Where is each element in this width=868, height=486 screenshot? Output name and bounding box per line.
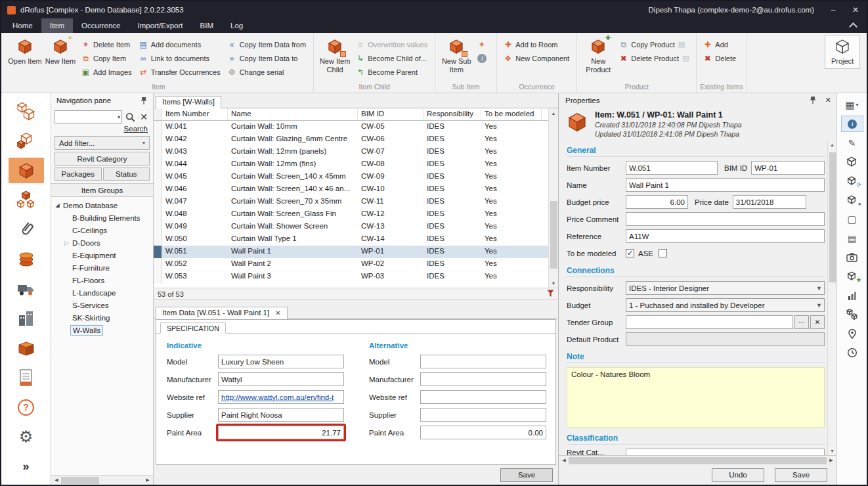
linked-items-icon[interactable] — [841, 306, 863, 322]
minimize-button[interactable]: – — [822, 1, 844, 18]
change-serial-button[interactable]: ⚙Change serial — [225, 65, 310, 79]
logistics-icon[interactable] — [9, 276, 44, 301]
budget-dropdown[interactable]: 1 - Puchased and installed by Developer … — [626, 298, 825, 312]
transfer-occurrences-button[interactable]: ⇄Transfer Occurrences — [136, 65, 225, 79]
bim-id-field[interactable]: WP-01 — [751, 161, 825, 175]
tree-item-s-services[interactable]: S-Services — [51, 299, 153, 311]
price-date-field[interactable]: 31/01/2018 — [733, 195, 806, 209]
row-selector[interactable] — [154, 196, 162, 208]
tree-item-c-ceilings[interactable]: C-Ceilings — [51, 224, 153, 236]
occurrences-sync-icon[interactable]: ⟳ — [841, 173, 863, 189]
room-data-icon[interactable] — [9, 128, 44, 154]
add-filter-dropdown[interactable]: Add filter... ▾ — [54, 136, 150, 150]
row-selector[interactable] — [154, 121, 162, 133]
rooms-icon[interactable] — [9, 99, 44, 124]
budget-price-field[interactable]: 6.00 — [626, 195, 688, 209]
row-selector[interactable] — [154, 233, 162, 246]
settings-icon[interactable]: ⚙ — [9, 424, 44, 450]
pane-layout-icon[interactable]: ▦▾ — [841, 97, 863, 113]
help-icon[interactable]: ? — [9, 395, 44, 420]
add-button[interactable]: ✚Add — [700, 37, 740, 51]
alternative-website-ref-field[interactable] — [420, 390, 546, 404]
scroll-right-icon[interactable]: ▶ — [144, 477, 152, 483]
table-row[interactable]: W.052Wall Paint 2WP-02IDESYes — [154, 258, 548, 271]
menu-tab-bim[interactable]: BIM — [192, 18, 222, 33]
tree-item-e-equipment[interactable]: E-Equipment — [51, 249, 153, 261]
indicative-paint-area-field[interactable]: 21.77 — [218, 426, 344, 439]
delete-product-button[interactable]: ✖Delete Product▤ — [616, 51, 693, 65]
tree-item-demo-database[interactable]: ◢Demo Database — [51, 199, 153, 211]
row-selector[interactable] — [154, 158, 162, 171]
statistics-icon[interactable] — [841, 287, 863, 303]
row-selector[interactable] — [154, 221, 162, 233]
scroll-left-icon[interactable]: ◀ — [53, 477, 60, 483]
buildings-icon[interactable] — [9, 306, 44, 332]
info-circle-icon-button[interactable]: i — [474, 51, 493, 65]
become-parent-button[interactable]: ↰Become Parent — [353, 65, 431, 79]
tree-arrow-icon[interactable]: ◢ — [54, 202, 61, 208]
new-component-button[interactable]: ❖New Component — [500, 51, 573, 65]
table-row[interactable]: W.043Curtain Wall: 12mm (panels)CW-07IDE… — [154, 146, 548, 158]
tree-arrow-icon[interactable]: ▷ — [63, 240, 70, 246]
column-header-responsibility[interactable]: Responsibility — [423, 108, 481, 120]
scroll-down-icon[interactable]: ▼ — [552, 278, 556, 288]
table-row[interactable]: W.047Curtain Wall: Screen_70 x 35mmCW-11… — [154, 196, 548, 208]
packages-tab[interactable]: Packages — [54, 167, 102, 181]
delete-item-button[interactable]: ✶Delete Item — [78, 37, 136, 51]
items-tab[interactable]: Items [W-Walls] — [156, 96, 221, 108]
revit-category-button[interactable]: Revit Category — [54, 152, 150, 166]
tree-item-d-doors[interactable]: ▷D-Doors — [51, 236, 153, 249]
copy-product-button[interactable]: ⧉Copy Product▤ — [616, 37, 693, 51]
filter-indicator-icon[interactable] — [547, 290, 554, 299]
search-link[interactable]: Search — [124, 125, 148, 133]
menu-tab-log[interactable]: Log — [222, 18, 251, 33]
tender-group-browse-button[interactable]: ⋯ — [794, 315, 809, 329]
menu-tab-item[interactable]: Item — [41, 18, 73, 33]
menu-tab-import-export[interactable]: Import/Export — [129, 18, 192, 33]
delete-button[interactable]: ✖Delete — [700, 51, 740, 65]
scroll-right-icon[interactable]: ▶ — [827, 458, 835, 463]
indicative-website-ref-field[interactable]: http://www.wattyl.com.au/en/find-t — [218, 390, 344, 404]
copy-item-button[interactable]: ⧉Copy Item — [78, 51, 136, 65]
documents-pane-icon[interactable]: ▤ — [841, 230, 863, 246]
tree-item-sk-skirting[interactable]: SK-Skirting — [51, 311, 153, 324]
responsibility-dropdown[interactable]: IDES - Interior Designer ▼ — [626, 281, 825, 295]
row-selector[interactable] — [154, 183, 162, 196]
scroll-left-icon[interactable]: ◀ — [560, 458, 568, 463]
link-to-documents-button[interactable]: ∞Link to documents — [136, 51, 225, 65]
horizontal-scrollbar[interactable]: ◀ ▶ — [51, 475, 153, 485]
alternative-paint-area-field[interactable]: 0.00 — [420, 426, 546, 439]
packages-icon[interactable] — [9, 336, 44, 361]
add-product-pane-icon[interactable]: ✚ — [841, 268, 863, 284]
project-button[interactable]: Project — [825, 35, 860, 69]
horizontal-scrollbar[interactable]: ◀ ▶ — [559, 455, 836, 465]
new-product-button[interactable]: ✚New Product — [580, 35, 616, 74]
item-data-edit-icon[interactable]: ✎ — [841, 135, 863, 151]
chevron-down-icon[interactable]: ▾ — [118, 114, 120, 120]
become-child-of-button[interactable]: ↳Become Child of... — [353, 51, 431, 65]
tree-item-l-landscape[interactable]: L-Landscape — [51, 286, 153, 299]
undo-button[interactable]: Undo — [712, 468, 764, 482]
scrollbar-thumb[interactable] — [829, 152, 836, 283]
row-selector[interactable] — [154, 146, 162, 158]
table-row[interactable]: W.050Curtain Wall Type 1CW-14IDESYes — [154, 233, 548, 246]
pin-icon[interactable] — [807, 95, 819, 106]
expand-icon[interactable]: » — [9, 454, 44, 479]
search-icon[interactable] — [124, 111, 136, 123]
table-row[interactable]: W.048Curtain Wall: Screen_Glass FinCW-12… — [154, 208, 548, 221]
bim-data-icon[interactable]: ● — [841, 192, 863, 208]
scroll-up-icon[interactable]: ▲ — [830, 140, 835, 149]
collapse-ribbon-icon[interactable] — [849, 22, 857, 31]
table-row[interactable]: W.041Curtain Wall: 10mmCW-05IDESYes — [154, 121, 548, 133]
tree-item-b-building-elements[interactable]: B-Building Elements — [51, 211, 153, 224]
table-row[interactable]: W.051Wall Paint 1WP-01IDESYes — [154, 246, 548, 258]
location-pin-icon[interactable] — [841, 325, 863, 342]
asterisk-icon-button[interactable]: ✶ — [474, 37, 493, 51]
alternative-model-field[interactable] — [420, 355, 546, 368]
alternative-manufacturer-field[interactable] — [420, 372, 546, 386]
indicative-supplier-field[interactable]: Paint Right Noosa — [218, 408, 344, 422]
tree-item-f-furniture[interactable]: F-Furniture — [51, 261, 153, 274]
menu-tab-occurrence[interactable]: Occurrence — [73, 18, 129, 33]
alternative-supplier-field[interactable] — [420, 408, 546, 422]
new-item-child-button[interactable]: New Item Child — [317, 35, 353, 74]
